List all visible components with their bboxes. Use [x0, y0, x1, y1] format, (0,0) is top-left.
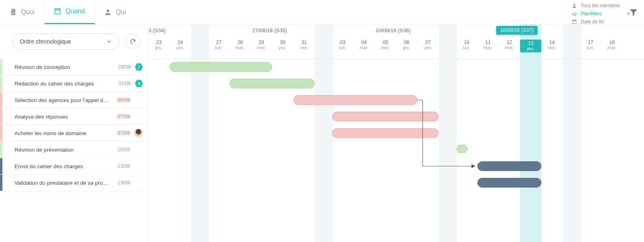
tab-quand-label: Quand: [66, 8, 85, 15]
task-date: 07/09: [109, 114, 130, 119]
task-list: Réunion de conception29/082Rédaction du …: [0, 59, 148, 242]
day-header[interactable]: 11mar.: [477, 40, 499, 50]
task-count-badge: 2: [135, 63, 143, 71]
person-icon: [104, 8, 112, 16]
avatar: [134, 129, 143, 138]
task-row[interactable]: Envoi du cahier des charges13/09: [0, 158, 148, 175]
refresh-button[interactable]: [125, 34, 140, 49]
svg-point-1: [573, 4, 575, 6]
day-header[interactable]: 18mar.: [601, 40, 623, 50]
filter-members[interactable]: Tous les membres: [571, 2, 620, 9]
task-date: 06/09: [109, 97, 130, 103]
filter-planned[interactable]: Planifiées ✕: [571, 10, 620, 17]
task-sidebar: Ordre chronologique Réunion de conceptio…: [0, 24, 148, 242]
filter-planned-label: Planifiées: [581, 11, 602, 17]
task-row[interactable]: Réunion de présentation10/09: [0, 142, 148, 158]
day-header[interactable]: 29mer.: [251, 40, 272, 50]
day-header[interactable]: 10lun.: [456, 40, 477, 50]
task-name: Rédaction du cahier des charges: [0, 81, 110, 87]
day-header[interactable]: 03lun.: [332, 40, 353, 50]
day-header[interactable]: 12mer.: [499, 40, 520, 50]
task-date: 07/09: [109, 130, 130, 136]
task-date: 31/08: [110, 81, 131, 86]
sort-select[interactable]: Ordre chronologique: [12, 33, 120, 50]
svg-point-0: [107, 9, 109, 12]
day-header[interactable]: 13jeu.: [520, 40, 541, 52]
tab-qui-label: Qui: [116, 8, 126, 16]
task-date: 13/09: [109, 180, 130, 186]
person-icon: [571, 2, 578, 9]
task-name: Envoi du cahier des charges: [0, 163, 109, 169]
day-header[interactable]: 04mar.: [353, 40, 375, 50]
day-header[interactable]: 24ven.: [169, 40, 191, 50]
filter-icon[interactable]: [629, 7, 638, 17]
task-date: 13/09: [109, 163, 130, 169]
week-label: 03/09/18 (S36): [376, 27, 411, 33]
tab-quoi-label: Quoi: [21, 8, 35, 16]
day-header[interactable]: 06jeu.: [396, 40, 417, 50]
day-header[interactable]: 28mar.: [229, 40, 251, 50]
filter-datemode-label: Date de fin: [581, 19, 604, 25]
week-label: 27/08/18 (S35): [252, 27, 287, 33]
current-week-pill: 10/09/18 (S37): [496, 26, 538, 35]
task-name: Réunion de conception: [0, 64, 110, 70]
week-label: 3 (S34): [149, 27, 166, 33]
tab-quand[interactable]: Quand: [45, 0, 95, 24]
day-header[interactable]: 05mer.: [375, 40, 396, 50]
day-header[interactable]: 27lun.: [208, 40, 229, 50]
task-name: Validation du prestataire et de sa propo…: [0, 180, 109, 186]
dependency-arrow: [148, 59, 644, 220]
task-name: Sélection des agences pour l'appel d'of.…: [0, 97, 109, 103]
task-date: 29/08: [110, 64, 131, 70]
tab-quoi[interactable]: Quoi: [0, 0, 45, 24]
day-header[interactable]: 07ven.: [417, 40, 439, 50]
task-row[interactable]: Sélection des agences pour l'appel d'of.…: [0, 92, 148, 108]
day-header[interactable]: 31ven.: [293, 40, 315, 50]
calendar-icon: [54, 7, 62, 15]
task-name: Analyse des réponses: [0, 114, 109, 120]
sort-label: Ordre chronologique: [20, 38, 71, 45]
top-tabs: Quoi Quand Qui Tous les membres Planifié…: [0, 0, 644, 24]
day-header[interactable]: 23jeu.: [148, 40, 169, 50]
double-check-icon: [571, 10, 578, 17]
task-name: Réunion de présentation: [0, 147, 109, 153]
clipboard-icon: [9, 8, 17, 16]
day-header[interactable]: 14ven.: [541, 40, 563, 50]
task-row[interactable]: Validation du prestataire et de sa propo…: [0, 175, 148, 191]
day-header[interactable]: 30jeu.: [272, 40, 293, 50]
tab-qui[interactable]: Qui: [95, 0, 136, 24]
task-row[interactable]: Rédaction du cahier des charges31/083: [0, 75, 148, 92]
timeline: 3 (S34)27/08/18 (S35)03/09/18 (S36)10/09…: [148, 24, 644, 242]
header-filters: Tous les membres Planifiées ✕ Date de fi…: [571, 0, 620, 25]
chevron-down-icon: [106, 39, 112, 44]
task-count-badge: 3: [135, 79, 143, 88]
filter-members-label: Tous les membres: [581, 3, 620, 8]
task-row[interactable]: Réunion de conception29/082: [0, 59, 148, 75]
task-date: 10/09: [109, 147, 130, 152]
task-name: Acheter les noms de domaine: [0, 130, 109, 136]
task-row[interactable]: Analyse des réponses07/09: [0, 108, 148, 125]
task-row[interactable]: Acheter les noms de domaine07/09: [0, 125, 148, 142]
day-header[interactable]: 17lun.: [580, 40, 601, 50]
